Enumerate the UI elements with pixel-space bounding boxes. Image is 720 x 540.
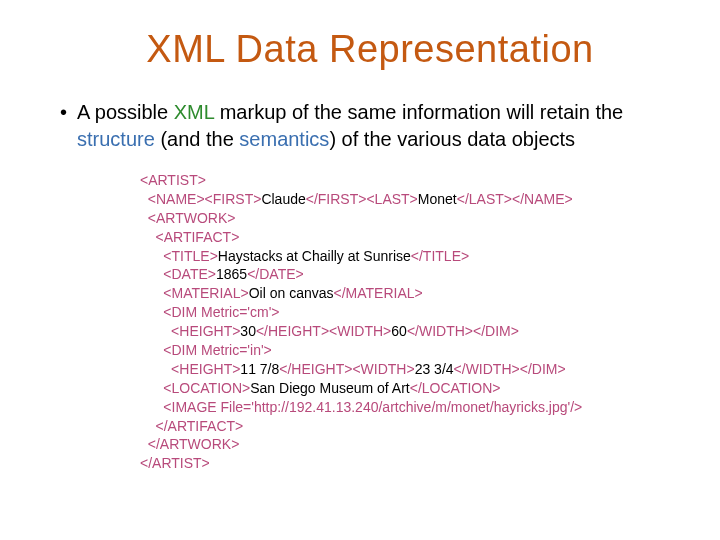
tag: <ARTIFACT>: [140, 229, 239, 245]
text: San Diego Museum of Art: [250, 380, 410, 396]
tag: <TITLE>: [140, 248, 218, 264]
highlight-xml: XML: [174, 101, 214, 123]
tag: </ARTIST>: [140, 455, 210, 471]
xml-code-block: <ARTIST> <NAME><FIRST>Claude</FIRST><LAS…: [140, 171, 680, 473]
tag: <ARTWORK>: [140, 210, 235, 226]
tag: </WIDTH></DIM>: [407, 323, 519, 339]
tag: </WIDTH></DIM>: [454, 361, 566, 377]
bullet-item: • A possible XML markup of the same info…: [60, 99, 680, 153]
tag: <IMAGE File='http://192.41.13.240/artchi…: [140, 399, 582, 415]
tag: <NAME><FIRST>: [140, 191, 261, 207]
tag: <DATE>: [140, 266, 216, 282]
tag: <DIM Metric='in'>: [140, 342, 272, 358]
tag: </HEIGHT><WIDTH>: [256, 323, 391, 339]
text: (and the: [155, 128, 240, 150]
tag: </MATERIAL>: [334, 285, 423, 301]
tag: </TITLE>: [411, 248, 469, 264]
text: Oil on canvas: [249, 285, 334, 301]
tag: <HEIGHT>: [140, 323, 240, 339]
text: 30: [240, 323, 256, 339]
text: 11 7/8: [240, 361, 279, 377]
text: 23 3/4: [415, 361, 454, 377]
tag: </FIRST><LAST>: [306, 191, 418, 207]
text: A possible: [77, 101, 174, 123]
text: Haystacks at Chailly at Sunrise: [218, 248, 411, 264]
tag: </ARTWORK>: [140, 436, 239, 452]
text: markup of the same information will reta…: [214, 101, 623, 123]
slide-title: XML Data Representation: [60, 28, 680, 71]
highlight-structure: structure: [77, 128, 155, 150]
tag: </DATE>: [247, 266, 304, 282]
tag: </LOCATION>: [410, 380, 501, 396]
text: Monet: [418, 191, 457, 207]
tag: </LAST></NAME>: [457, 191, 573, 207]
text: 60: [391, 323, 407, 339]
text: Claude: [261, 191, 305, 207]
bullet-dot: •: [60, 99, 67, 153]
tag: </ARTIFACT>: [140, 418, 243, 434]
tag: <ARTIST>: [140, 172, 206, 188]
tag: <LOCATION>: [140, 380, 250, 396]
text: ) of the various data objects: [329, 128, 575, 150]
slide: XML Data Representation • A possible XML…: [0, 0, 720, 540]
bullet-text: A possible XML markup of the same inform…: [77, 99, 680, 153]
tag: <DIM Metric='cm'>: [140, 304, 280, 320]
highlight-semantics: semantics: [239, 128, 329, 150]
text: 1865: [216, 266, 247, 282]
tag: </HEIGHT><WIDTH>: [279, 361, 414, 377]
tag: <HEIGHT>: [140, 361, 240, 377]
tag: <MATERIAL>: [140, 285, 249, 301]
